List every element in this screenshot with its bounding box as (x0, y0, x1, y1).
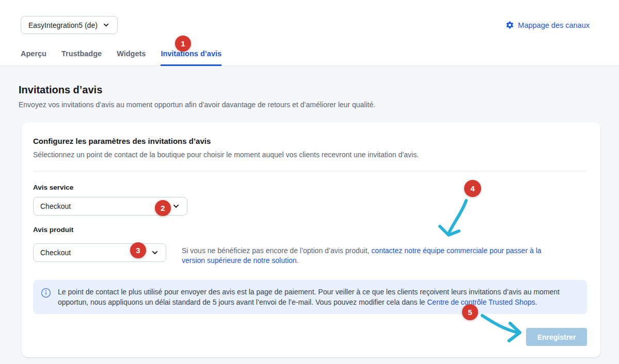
page-subtitle: Envoyez vos invitations d’avis au moment… (19, 101, 600, 109)
card-title: Configurez les paramètres des invitation… (33, 137, 587, 145)
chevron-down-icon (102, 21, 110, 29)
service-reviews-field: Avis service Checkout (33, 184, 587, 216)
step-badge-1: 1 (175, 36, 191, 52)
tab-invitations-avis[interactable]: Invitations d’avis (161, 49, 221, 66)
shop-selector-value: EasyIntegration5 (de) (28, 21, 98, 29)
product-upgrade-hint: Si vous ne bénéficiez pas encore de l’op… (182, 246, 559, 266)
chevron-down-icon (172, 202, 180, 210)
top-bar: EasyIntegration5 (de) Mappage des canaux… (0, 0, 619, 66)
gear-icon (505, 21, 514, 29)
page-root: EasyIntegration5 (de) Mappage des canaux… (0, 0, 619, 364)
card-subtitle: Sélectionnez un point de contact de la b… (33, 151, 587, 159)
service-reviews-selected-value: Checkout (40, 202, 71, 210)
product-hint-text: Si vous ne bénéficiez pas encore de l’op… (182, 246, 371, 255)
main-content: Invitations d’avis Envoyez vos invitatio… (0, 66, 619, 357)
info-box: Le point de contact le plus utilisé pour… (33, 280, 587, 314)
tab-apercu[interactable]: Aperçu (21, 49, 46, 66)
step-badge-5: 5 (462, 304, 478, 320)
tab-trustbadge[interactable]: Trustbadge (61, 49, 102, 66)
product-reviews-select[interactable]: Checkout (33, 243, 166, 262)
service-reviews-label: Avis service (33, 184, 587, 191)
info-icon (41, 288, 51, 298)
product-reviews-field: Avis produit Checkout Si vous ne bénéfic… (33, 226, 587, 266)
page-title: Invitations d’avis (19, 66, 600, 96)
save-button[interactable]: Enregistrer (526, 328, 587, 346)
step-badge-4: 4 (464, 180, 481, 197)
tab-widgets[interactable]: Widgets (117, 49, 146, 66)
product-reviews-selected-value: Checkout (40, 249, 71, 257)
chevron-down-icon (151, 249, 159, 257)
product-reviews-label: Avis produit (33, 226, 587, 234)
product-hint-suffix: . (297, 256, 299, 264)
info-box-text: Le point de contact le plus utilisé pour… (58, 287, 579, 307)
step-badge-2: 2 (155, 200, 171, 216)
control-centre-link[interactable]: Centre de contrôle Trusted Shops (427, 298, 535, 306)
shop-selector-dropdown[interactable]: EasyIntegration5 (de) (21, 16, 118, 34)
channel-mapping-link[interactable]: Mappage des canaux (505, 21, 590, 29)
settings-card: Configurez les paramètres des invitation… (22, 122, 600, 357)
info-text-suffix: . (535, 298, 537, 306)
step-badge-3: 3 (130, 242, 146, 258)
card-actions: Enregistrer (33, 328, 587, 346)
card-divider (33, 171, 587, 172)
tab-bar: Aperçu Trustbadge Widgets Invitations d’… (21, 49, 221, 66)
channel-mapping-label: Mappage des canaux (518, 21, 590, 29)
